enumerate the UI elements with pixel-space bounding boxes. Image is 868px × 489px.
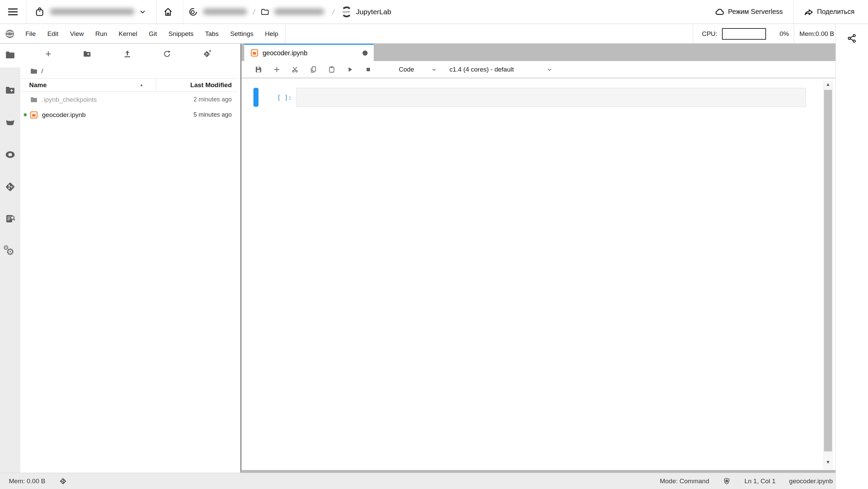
copy-icon: [309, 65, 317, 74]
share-node-icon: [847, 33, 857, 43]
shield-x-icon[interactable]: [723, 477, 731, 485]
sidebar-item-gears[interactable]: ⚙ ⚙: [6, 248, 14, 257]
serverless-mode-button[interactable]: Режим Serverless: [715, 7, 783, 17]
top-bar-left: / / jupyter JupyterLab: [0, 0, 391, 23]
column-last-modified[interactable]: Last Modified: [190, 81, 232, 89]
breadcrumb-root[interactable]: /: [41, 67, 43, 75]
insert-cell-button[interactable]: [273, 65, 281, 74]
scrollbar-thumb[interactable]: [824, 90, 832, 451]
home-button[interactable]: [163, 6, 173, 17]
git-plus-icon: [203, 49, 212, 59]
column-name[interactable]: Name: [20, 81, 47, 89]
share-arrow-icon: [804, 7, 814, 17]
paste-icon: [328, 65, 336, 74]
chevron-down-icon: [139, 8, 147, 16]
sort-ascending-icon[interactable]: ▲: [140, 83, 143, 87]
menu-snippets[interactable]: Snippets: [163, 30, 199, 38]
sidebar-item-running-kernels[interactable]: [4, 150, 17, 160]
git-status-icon[interactable]: [59, 477, 67, 485]
bucket-icon: [4, 116, 16, 127]
refresh-icon: [163, 50, 171, 58]
scroll-down-arrow[interactable]: ▼: [823, 459, 833, 465]
menu-tabs[interactable]: Tabs: [199, 30, 224, 38]
folder-icon[interactable]: [30, 67, 38, 75]
sidebar-item-new-folder[interactable]: [4, 85, 16, 95]
new-launcher-button[interactable]: +: [45, 49, 51, 59]
status-left: Mem: 0.00 B: [9, 477, 67, 485]
menu-kernel[interactable]: Kernel: [113, 30, 143, 38]
notebook-file-icon: [30, 111, 38, 119]
menu-run[interactable]: Run: [89, 30, 113, 38]
refresh-button[interactable]: [163, 50, 171, 58]
code-cell: [ ]:: [242, 78, 836, 107]
hamburger-menu-button[interactable]: [7, 7, 18, 16]
divider: [693, 25, 693, 43]
sidebar-item-snippets-search[interactable]: [4, 213, 16, 224]
plus-icon: [273, 65, 281, 74]
column-divider: [156, 79, 156, 92]
share-button[interactable]: Поделиться: [804, 7, 854, 17]
product-title: JupyterLab: [356, 8, 391, 16]
folder-plus-icon: [4, 85, 16, 95]
menu-view[interactable]: View: [64, 30, 89, 38]
cursor-position[interactable]: Ln 1, Col 1: [744, 477, 776, 485]
file-name: geocoder.ipynb: [42, 111, 86, 119]
share-label: Поделиться: [817, 8, 854, 16]
cell-code-input[interactable]: [296, 88, 806, 107]
project-crumb[interactable]: [188, 7, 247, 17]
new-folder-button[interactable]: [82, 50, 92, 58]
workspace-name-redacted: [50, 8, 135, 15]
top-bar-right: Режим Serverless Поделиться: [715, 0, 868, 23]
copy-button[interactable]: [309, 65, 317, 74]
mem-status[interactable]: Mem: 0.00 B: [9, 477, 45, 485]
git-icon: [4, 181, 16, 193]
stop-button[interactable]: [364, 65, 372, 74]
file-browser-panel: +: [20, 44, 237, 473]
list-search-icon: [4, 213, 16, 224]
chevron-down-icon: [431, 66, 437, 73]
menu-git[interactable]: Git: [143, 30, 163, 38]
active-file-name[interactable]: geocoder.ipynb: [789, 477, 833, 485]
bag-icon: [34, 6, 45, 18]
scroll-up-arrow[interactable]: ▲: [823, 82, 833, 87]
menu-edit[interactable]: Edit: [42, 30, 64, 38]
divider: [156, 0, 157, 23]
unsaved-changes-dot[interactable]: [363, 51, 368, 56]
upload-button[interactable]: [123, 50, 132, 58]
jupyter-logo-text: jupyter: [343, 11, 350, 13]
share-graph-button[interactable]: [847, 33, 857, 43]
folder-crumb[interactable]: [261, 7, 324, 16]
save-button[interactable]: [254, 65, 263, 74]
jupyter-gray-logo: [5, 29, 15, 39]
project-id-redacted: [274, 8, 324, 15]
kernel-select[interactable]: c1.4 (4 cores) - default: [449, 66, 552, 73]
git-init-button[interactable]: [203, 49, 212, 59]
cell-type-select[interactable]: Code: [399, 66, 437, 73]
menu-file[interactable]: File: [20, 30, 42, 38]
cell-type-value: Code: [399, 66, 414, 73]
file-row-ipynb-checkpoints[interactable]: .ipynb_checkpoints 2 minutes ago: [20, 92, 237, 107]
paste-button[interactable]: [328, 65, 336, 74]
divider: [793, 0, 793, 23]
workspace-selector[interactable]: [34, 6, 147, 18]
file-name: .ipynb_checkpoints: [42, 96, 97, 103]
file-list-header: Name ▲ Last Modified: [20, 78, 237, 92]
small-gear-icon: ⚙: [3, 244, 9, 251]
file-row-geocoder-ipynb[interactable]: geocoder.ipynb 5 minutes ago: [20, 107, 237, 122]
stop-icon: [364, 65, 372, 74]
status-bar: Mem: 0.00 B Mode: Command Ln 1, Col 1 ge…: [0, 473, 868, 489]
sidebar-item-git[interactable]: [4, 181, 16, 193]
resource-indicators: CPU: 0% Mem:0.00 B: [693, 25, 834, 43]
notebook-scrollbar[interactable]: ▲ ▼: [823, 81, 833, 469]
run-button[interactable]: [346, 65, 354, 74]
menu-settings[interactable]: Settings: [224, 30, 259, 38]
tab-geocoder-ipynb[interactable]: geocoder.ipynb: [244, 44, 374, 61]
sidebar-item-bucket-storage[interactable]: [4, 116, 16, 127]
menu-help[interactable]: Help: [259, 30, 284, 38]
folder-icon: [261, 7, 269, 16]
cpu-label: CPU:: [702, 30, 717, 38]
mode-status[interactable]: Mode: Command: [660, 477, 709, 485]
cut-button[interactable]: [291, 65, 299, 74]
right-sidebar-strip: [835, 24, 868, 489]
sidebar-item-file-browser[interactable]: [4, 50, 16, 60]
